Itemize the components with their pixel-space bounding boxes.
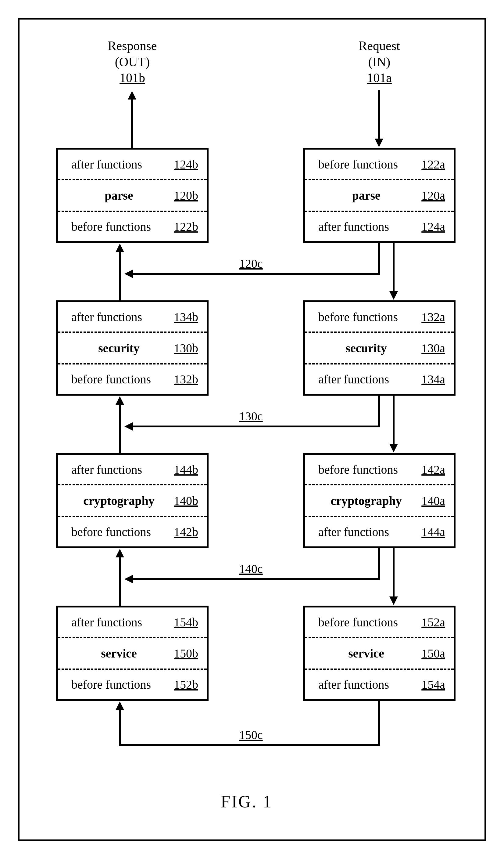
diagram-frame: Response (OUT) 101b Request (IN) 101a af… <box>18 18 486 841</box>
arrow-150c-head <box>115 702 124 710</box>
parse-out-after-row: after functions 124b <box>58 150 207 180</box>
stage-service-in: before functions 152a service 150a after… <box>303 606 456 701</box>
security-out-after-label: after functions <box>70 310 174 324</box>
security-in-mid-row: security 130a <box>305 333 454 363</box>
arrow-140c-label: 140c <box>239 562 263 576</box>
service-in-after-label: after functions <box>317 677 421 692</box>
stage-parse-out: after functions 124b parse 120b before f… <box>56 148 208 243</box>
service-out-before-num: 152b <box>174 677 198 692</box>
crypto-in-before-label: before functions <box>317 463 421 477</box>
security-out-before-label: before functions <box>70 372 174 387</box>
parse-in-before-label: before functions <box>317 157 421 171</box>
arrow-crypto-up-line <box>119 557 121 606</box>
crypto-in-before-num: 142a <box>421 463 445 477</box>
arrow-130c-label: 130c <box>239 409 263 423</box>
service-in-before-row: before functions 152a <box>305 607 454 638</box>
arrow-security-up-head <box>115 396 124 405</box>
crypto-out-mid-label: cryptography <box>70 494 174 508</box>
arrow-120c-down <box>378 243 380 273</box>
security-in-after-label: after functions <box>317 372 421 387</box>
crypto-in-before-row: before functions 142a <box>305 455 454 485</box>
arrow-130c-down <box>378 396 380 426</box>
crypto-in-mid-num: 140a <box>421 494 445 508</box>
parse-out-mid-num: 120b <box>174 189 198 203</box>
security-out-after-num: 134b <box>174 310 198 324</box>
arrow-120c-head <box>124 270 133 278</box>
arrow-crypto-up-head <box>115 549 124 557</box>
arrow-response-out-line <box>131 99 133 148</box>
parse-out-before-num: 122b <box>174 220 198 234</box>
parse-out-mid-row: parse 120b <box>58 180 207 211</box>
arrow-140c-horiz <box>133 578 380 580</box>
arrow-service-down-line <box>393 548 395 597</box>
arrow-parse-up-head <box>115 244 124 252</box>
security-in-before-row: before functions 132a <box>305 302 454 333</box>
security-in-before-label: before functions <box>317 310 421 324</box>
figure-caption: FIG. 1 <box>221 792 272 811</box>
stage-service-out: after functions 154b service 150b before… <box>56 606 208 701</box>
arrow-130c-head <box>124 422 133 431</box>
crypto-out-mid-num: 140b <box>174 494 198 508</box>
crypto-out-after-row: after functions 144b <box>58 455 207 485</box>
arrow-130c-horiz <box>133 425 380 427</box>
parse-in-after-row: after functions 124a <box>305 211 454 241</box>
response-out-label: Response (OUT) 101b <box>90 38 175 86</box>
parse-out-before-label: before functions <box>70 220 174 234</box>
security-out-mid-label: security <box>70 341 174 355</box>
service-out-after-row: after functions 154b <box>58 607 207 638</box>
arrow-150c-horiz <box>119 744 380 746</box>
crypto-out-after-num: 144b <box>174 463 198 477</box>
service-out-mid-row: service 150b <box>58 638 207 668</box>
arrow-120c-horiz <box>133 273 380 275</box>
stage-security-in: before functions 132a security 130a afte… <box>303 300 456 396</box>
service-in-mid-row: service 150a <box>305 638 454 668</box>
arrow-service-down-head <box>389 597 398 605</box>
parse-in-after-label: after functions <box>317 220 421 234</box>
arrow-150c-up <box>119 709 121 746</box>
stage-crypto-out: after functions 144b cryptography 140b b… <box>56 453 208 548</box>
parse-in-mid-num: 120a <box>421 189 445 203</box>
crypto-in-after-row: after functions 144a <box>305 516 454 546</box>
service-out-before-label: before functions <box>70 677 174 692</box>
parse-in-mid-label: parse <box>317 189 421 203</box>
stage-parse-in: before functions 122a parse 120a after f… <box>303 148 456 243</box>
security-in-mid-label: security <box>317 341 421 355</box>
service-out-before-row: before functions 152b <box>58 668 207 699</box>
arrow-140c-down <box>378 548 380 579</box>
arrow-security-down-line <box>393 243 395 292</box>
crypto-in-mid-label: cryptography <box>317 494 421 508</box>
crypto-out-before-label: before functions <box>70 525 174 539</box>
parse-out-after-num: 124b <box>174 157 198 171</box>
security-in-after-num: 134a <box>421 372 445 387</box>
arrow-120c-label: 120c <box>239 256 263 271</box>
security-in-before-num: 132a <box>421 310 445 324</box>
security-out-mid-row: security 130b <box>58 333 207 363</box>
security-out-before-row: before functions 132b <box>58 363 207 394</box>
stage-security-out: after functions 134b security 130b befor… <box>56 300 208 396</box>
arrow-crypto-down-head <box>389 444 398 452</box>
service-in-before-label: before functions <box>317 615 421 630</box>
service-in-mid-label: service <box>317 646 421 661</box>
arrow-150c-label: 150c <box>239 728 263 742</box>
request-in-label: Request (IN) 101a <box>336 38 422 86</box>
arrow-security-up-line <box>119 404 121 453</box>
response-line2: (OUT) <box>90 54 175 70</box>
service-out-mid-label: service <box>70 646 174 661</box>
parse-in-before-row: before functions 122a <box>305 150 454 180</box>
arrow-parse-up-line <box>119 252 121 300</box>
parse-in-before-num: 122a <box>421 157 445 171</box>
crypto-in-after-num: 144a <box>421 525 445 539</box>
parse-in-mid-row: parse 120a <box>305 180 454 211</box>
arrow-response-out-head <box>128 91 136 100</box>
security-out-before-num: 132b <box>174 372 198 387</box>
parse-in-after-num: 124a <box>421 220 445 234</box>
arrow-150c-down <box>378 701 380 746</box>
crypto-in-mid-row: cryptography 140a <box>305 485 454 516</box>
crypto-out-before-row: before functions 142b <box>58 516 207 546</box>
service-in-after-row: after functions 154a <box>305 668 454 699</box>
request-num: 101a <box>336 70 422 86</box>
arrow-140c-head <box>124 575 133 583</box>
crypto-in-after-label: after functions <box>317 525 421 539</box>
arrow-crypto-down-line <box>393 396 395 444</box>
crypto-out-after-label: after functions <box>70 463 174 477</box>
